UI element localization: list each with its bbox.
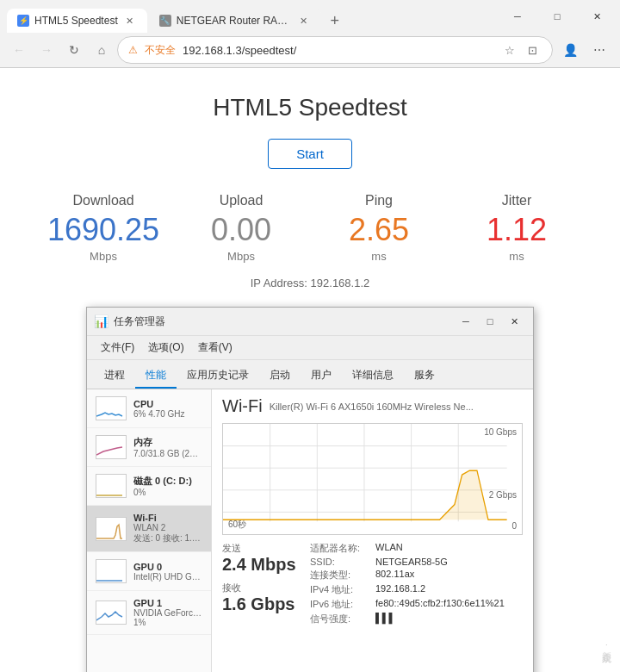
- metric-jitter: Jitter 1.12 ms: [448, 193, 586, 263]
- wifi-panel-description: Killer(R) Wi-Fi 6 AX1650i 160MHz Wireles…: [270, 401, 523, 412]
- metric-label-download: Download: [34, 193, 172, 208]
- sidebar-info-gpu1: GPU 1 NVIDIA GeForce... 1%: [133, 598, 202, 627]
- address-bar-row: ← → ↻ ⌂ ⚠ 不安全 192.168.1.3/speedtest/ ☆ ⊡…: [0, 33, 620, 67]
- browser-tab-tab1[interactable]: ⚡ HTML5 Speedtest ✕: [7, 9, 147, 33]
- security-icon: ⚠: [128, 44, 138, 56]
- wifi-info-value: NETGEAR58-5G: [375, 557, 448, 567]
- wifi-info-row: 连接类型: 802.11ax: [310, 569, 523, 582]
- browser-close-button[interactable]: ✕: [577, 3, 617, 29]
- sidebar-item-disk[interactable]: 磁盘 0 (C: D:) 0%: [87, 467, 211, 506]
- taskmanager-close-button[interactable]: ✕: [502, 313, 526, 330]
- send-label: 发送: [222, 542, 300, 555]
- metric-unit-ping: ms: [310, 250, 448, 263]
- sidebar-desc2-wifi: 发送: 0 接收: 1.6 Gbps: [133, 532, 202, 544]
- sidebar-name-cpu: CPU: [133, 399, 202, 409]
- sidebar-graph-wifi: [96, 517, 127, 541]
- new-tab-button[interactable]: +: [323, 9, 347, 33]
- star-icon[interactable]: ☆: [500, 40, 519, 59]
- chart-label-top: 10 Gbps: [484, 427, 517, 437]
- address-bar[interactable]: ⚠ 不安全 192.168.1.3/speedtest/ ☆ ⊡: [117, 36, 553, 64]
- taskmanager-tab-启动[interactable]: 启动: [259, 364, 301, 389]
- sidebar-desc-gpu1: NVIDIA GeForce...: [133, 608, 202, 618]
- metric-ping: Ping 2.65 ms: [310, 193, 448, 263]
- url-text: 192.168.1.3/speedtest/: [183, 44, 493, 57]
- sidebar-desc2-gpu1: 1%: [133, 618, 202, 627]
- sidebar-desc-wifi: WLAN 2: [133, 523, 202, 532]
- taskmanager-menu-文件(F)[interactable]: 文件(F): [94, 338, 141, 358]
- profile-button[interactable]: 👤: [556, 36, 584, 64]
- taskmanager-menu-查看(V)[interactable]: 查看(V): [191, 338, 239, 358]
- tab-bar-row: ⚡ HTML5 Speedtest ✕ 🔧 NETGEAR Router RAX…: [0, 0, 620, 33]
- wifi-info-value: fe80::49d5:cfb2:f130:6e11%21: [375, 598, 505, 611]
- start-button[interactable]: Start: [268, 139, 352, 169]
- sidebar-graph-cpu: [96, 396, 127, 420]
- wifi-info-key: 连接类型:: [310, 569, 370, 582]
- recv-value: 1.6 Gbps: [222, 594, 300, 614]
- metric-label-upload: Upload: [172, 193, 310, 208]
- sidebar-desc-cpu: 6% 4.70 GHz: [133, 409, 202, 419]
- wifi-info-row: 信号强度: ▌▌▌: [310, 613, 523, 625]
- browser-minimize-button[interactable]: ─: [498, 3, 537, 29]
- sidebar-info-gpu0: GPU 0 Intel(R) UHD Gra...: [133, 562, 202, 582]
- browser-maximize-button[interactable]: □: [537, 3, 577, 29]
- taskmanager-menubar: 文件(F)选项(O)查看(V): [87, 336, 533, 360]
- tabs-container: ⚡ HTML5 Speedtest ✕ 🔧 NETGEAR Router RAX…: [0, 0, 494, 33]
- tab-close-tab1[interactable]: ✕: [123, 14, 137, 28]
- sidebar-item-gpu0[interactable]: GPU 0 Intel(R) UHD Gra...: [87, 552, 211, 591]
- sidebar-name-gpu1: GPU 1: [133, 598, 202, 608]
- taskmanager-minimize-button[interactable]: ─: [454, 313, 478, 330]
- sidebar-info-cpu: CPU 6% 4.70 GHz: [133, 399, 202, 419]
- tab-title-tab1: HTML5 Speedtest: [34, 15, 118, 27]
- forward-button[interactable]: →: [34, 38, 59, 62]
- taskmanager-main-panel: Wi-Fi Killer(R) Wi-Fi 6 AX1650i 160MHz W…: [212, 389, 533, 672]
- taskmanager-tab-性能[interactable]: 性能: [135, 364, 177, 389]
- taskmanager-sidebar: CPU 6% 4.70 GHz 内存 7.0/31.8 GB (22%) 磁盘 …: [87, 389, 212, 672]
- taskmanager-tab-服务[interactable]: 服务: [404, 364, 445, 389]
- taskmanager-menu-选项(O)[interactable]: 选项(O): [141, 338, 190, 358]
- recv-stat: 接收 1.6 Gbps: [222, 582, 300, 614]
- metric-value-jitter: 1.12: [448, 212, 586, 248]
- taskmanager-window-controls: ─ □ ✕: [454, 313, 526, 330]
- browser-tab-tab2[interactable]: 🔧 NETGEAR Router RAX120 ✕: [149, 9, 321, 33]
- home-button[interactable]: ⌂: [90, 38, 114, 62]
- taskmanager-tab-进程[interactable]: 进程: [94, 364, 135, 389]
- sidebar-name-memory: 内存: [133, 436, 202, 449]
- chart-label-time: 60秒: [228, 519, 246, 531]
- send-stat: 发送 2.4 Mbps: [222, 542, 300, 575]
- sidebar-graph-gpu0: [96, 559, 127, 583]
- taskmanager-tab-详细信息[interactable]: 详细信息: [342, 364, 404, 389]
- chart-label-mid: 2 Gbps: [489, 490, 517, 500]
- metric-upload: Upload 0.00 Mbps: [172, 193, 310, 263]
- refresh-button[interactable]: ↻: [62, 38, 86, 62]
- wifi-info-row: 适配器名称: WLAN: [310, 542, 523, 555]
- metric-value-download: 1690.25: [34, 212, 172, 248]
- tab-title-tab2: NETGEAR Router RAX120: [177, 15, 292, 27]
- sidebar-graph-disk: [96, 474, 127, 498]
- browser-window: ⚡ HTML5 Speedtest ✕ 🔧 NETGEAR Router RAX…: [0, 0, 620, 68]
- sidebar-item-gpu1[interactable]: GPU 1 NVIDIA GeForce... 1%: [87, 591, 211, 635]
- taskmanager-title: 任务管理器: [114, 314, 454, 329]
- security-text: 不安全: [145, 43, 176, 58]
- taskmanager-maximize-button[interactable]: □: [478, 313, 502, 330]
- sidebar-item-wifi[interactable]: Wi-Fi WLAN 2 发送: 0 接收: 1.6 Gbps: [87, 506, 211, 552]
- metric-unit-jitter: ms: [448, 250, 586, 263]
- sidebar-item-memory[interactable]: 内存 7.0/31.8 GB (22%): [87, 428, 211, 467]
- wifi-info-row: SSID: NETGEAR58-5G: [310, 557, 523, 567]
- wifi-chart-svg: [223, 424, 522, 534]
- collections-icon[interactable]: ⊡: [523, 40, 542, 59]
- wifi-info-col: 适配器名称: WLAN SSID: NETGEAR58-5G 连接类型: 802…: [310, 542, 523, 627]
- more-button[interactable]: ⋯: [586, 36, 613, 64]
- taskmanager-body: CPU 6% 4.70 GHz 内存 7.0/31.8 GB (22%) 磁盘 …: [87, 389, 533, 672]
- taskmanager-tabs: 进程性能应用历史记录启动用户详细信息服务: [87, 360, 533, 389]
- wifi-info-row: IPv6 地址: fe80::49d5:cfb2:f130:6e11%21: [310, 598, 523, 611]
- watermark: 新·众观: [600, 644, 613, 646]
- ip-address: IP Address: 192.168.1.2: [17, 277, 603, 289]
- taskmanager-icon: 📊: [94, 314, 108, 328]
- sidebar-item-cpu[interactable]: CPU 6% 4.70 GHz: [87, 389, 211, 428]
- tab-close-tab2[interactable]: ✕: [297, 14, 311, 28]
- sidebar-info-wifi: Wi-Fi WLAN 2 发送: 0 接收: 1.6 Gbps: [133, 513, 202, 544]
- back-button[interactable]: ←: [7, 38, 31, 62]
- taskmanager-tab-用户[interactable]: 用户: [301, 364, 342, 389]
- taskmanager-tab-应用历史记录[interactable]: 应用历史记录: [177, 364, 259, 389]
- send-value: 2.4 Mbps: [222, 555, 300, 575]
